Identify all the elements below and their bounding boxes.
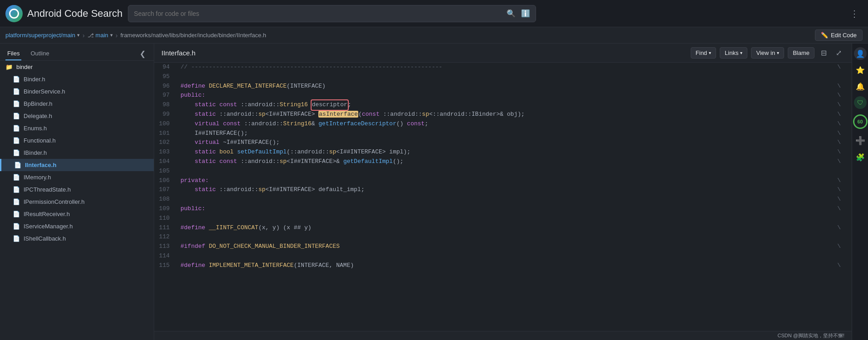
blame-btn[interactable]: Blame [788,47,814,59]
project-link[interactable]: platform/superproject/main [5,32,75,39]
file-name: IShellCallback.h [24,235,66,242]
file-name: IMemory.h [24,174,51,181]
code-header: IInterface.h Find ▾ Links ▾ View in ▾ Bl… [154,44,852,63]
fullscreen-btn[interactable]: ⤢ [833,48,844,58]
breadcrumb-sep-1: › [83,32,85,39]
app-title: Android Code Search [27,8,122,20]
file-name: IPCThreadState.h [24,186,71,193]
file-icon: 📄 [13,211,20,217]
code-filename: IInterface.h [161,49,687,57]
search-icons: 🔍 ℹ️ [507,9,530,18]
line-101: 101 I##INTERFACE(); \ [154,129,852,138]
tab-outline[interactable]: Outline [29,47,51,60]
sidebar-item-bpbinder-h[interactable]: 📄 BpBinder.h [0,98,154,110]
sidebar-item-iresultreceiver-h[interactable]: 📄 IResultReceiver.h [0,208,154,220]
edit-code-btn[interactable]: ✏️ Edit Code [815,30,863,41]
line-106: 106 private: \ [154,176,852,186]
speed-indicator: 60 [853,114,868,129]
line-content-111: #define __IINTF_CONCAT(x, y) (x ## y) [177,223,825,233]
sidebar-folder-binder[interactable]: 📁 binder [0,61,154,73]
sidebar-item-ishellcallback-h[interactable]: 📄 IShellCallback.h [0,232,154,245]
backslash-96: \ [825,82,852,91]
backslash-112 [825,232,852,242]
search-icon-btn[interactable]: 🔍 [507,9,516,18]
backslash-110 [825,214,852,223]
backslash-109: \ [825,204,852,214]
line-content-103: static bool setDefaultImpl(::android::sp… [177,148,825,157]
sidebar-item-functional-h[interactable]: 📄 Functional.h [0,134,154,147]
sidebar-item-iinterface-h[interactable]: 📄 IInterface.h [0,159,154,171]
file-icon: 📄 [13,223,20,230]
code-view[interactable]: 94 // ----------------------------------… [154,63,852,331]
rp-icon-1[interactable]: 👤 [854,47,867,60]
line-94: 94 // ----------------------------------… [154,63,852,72]
sidebar-collapse-btn[interactable]: ❮ [137,49,148,59]
line-content-112 [177,232,825,242]
sidebar-item-enums-h[interactable]: 📄 Enums.h [0,122,154,134]
sidebar-item-ipermissioncontroller-h[interactable]: 📄 IPermissionController.h [0,196,154,208]
links-label: Links [725,49,738,56]
find-btn[interactable]: Find ▾ [691,47,716,59]
file-name: IServiceManager.h [24,223,73,230]
sidebar-item-imemory-h[interactable]: 📄 IMemory.h [0,171,154,183]
rp-icon-star: ⭐ [856,66,865,74]
view-in-chevron-icon: ▾ [777,50,779,55]
backslash-101: \ [825,129,852,138]
code-table: 94 // ----------------------------------… [154,63,852,271]
rp-icon-3[interactable]: 🔔 [854,80,867,93]
find-label: Find [696,49,707,56]
tab-files[interactable]: Files [5,47,21,60]
line-content-102: virtual ~I##INTERFACE(); [177,138,825,148]
line-content-115: #define IMPLEMENT_META_INTERFACE(INTERFA… [177,261,825,271]
breadcrumb-bar: platform/superproject/main ▾ › ⎇ main ▾ … [0,27,868,44]
line-content-95 [177,72,825,82]
rp-icon-security[interactable]: 🛡 [854,96,867,109]
rp-icon-puzzle[interactable]: 🧩 [854,151,867,163]
find-chevron-icon: ▾ [709,50,711,55]
line-112: 112 [154,232,852,242]
edit-icon: ✏️ [821,32,828,39]
line-num-107: 107 [154,185,177,195]
line-104: 104 static const ::android::sp<I##INTERF… [154,157,852,167]
line-95: 95 [154,72,852,82]
breadcrumb-branch: ⎇ main ▾ [88,32,113,39]
line-num-112: 112 [154,232,177,242]
sidebar-item-ipcthreadstate-h[interactable]: 📄 IPCThreadState.h [0,183,154,196]
branch-icon: ⎇ [88,32,94,39]
file-icon: 📄 [13,88,20,95]
links-btn[interactable]: Links ▾ [720,47,747,59]
search-input[interactable] [134,10,503,17]
sidebar-item-delegate-h[interactable]: 📄 Delegate.h [0,110,154,122]
rp-icon-person: 👤 [856,49,865,58]
backslash-98: \ [825,100,852,110]
line-num-109: 109 [154,204,177,214]
sidebar-item-binderservice-h[interactable]: 📄 BinderService.h [0,85,154,98]
sidebar-item-iservicemanager-h[interactable]: 📄 IServiceManager.h [0,220,154,232]
right-panel: 👤 ⭐ 🔔 🛡 60 ➕ 🧩 [852,44,868,340]
sidebar: Files Outline ❮ 📁 binder 📄 Binder.h 📄 Bi… [0,44,154,340]
backslash-104: \ [825,157,852,167]
line-96: 96 #define DECLARE_META_INTERFACE(INTERF… [154,82,852,91]
line-content-101: I##INTERFACE(); [177,129,825,138]
line-115: 115 #define IMPLEMENT_META_INTERFACE(INT… [154,261,852,271]
line-99: 99 static ::android::sp<I##INTERFACE> as… [154,110,852,119]
rp-icon-add[interactable]: ➕ [854,134,867,147]
search-bar: 🔍 ℹ️ [128,5,536,22]
line-num-113: 113 [154,242,177,251]
backslash-102: \ [825,138,852,148]
branch-name[interactable]: main [96,32,108,39]
split-view-btn[interactable]: ⊟ [818,48,829,58]
line-97: 97 public: \ [154,91,852,100]
line-num-94: 94 [154,63,177,72]
rp-icon-2[interactable]: ⭐ [854,64,867,76]
branch-dropdown-btn[interactable]: ▾ [110,32,113,38]
blame-label: Blame [793,49,809,56]
line-num-105: 105 [154,167,177,176]
info-icon-btn[interactable]: ℹ️ [521,9,530,18]
project-dropdown-btn[interactable]: ▾ [77,32,80,38]
sidebar-item-ibinder-h[interactable]: 📄 IBinder.h [0,147,154,159]
more-menu-btn[interactable]: ⋮ [846,6,863,21]
line-num-97: 97 [154,91,177,100]
view-in-btn[interactable]: View in ▾ [751,47,784,59]
sidebar-item-binder-h[interactable]: 📄 Binder.h [0,73,154,85]
